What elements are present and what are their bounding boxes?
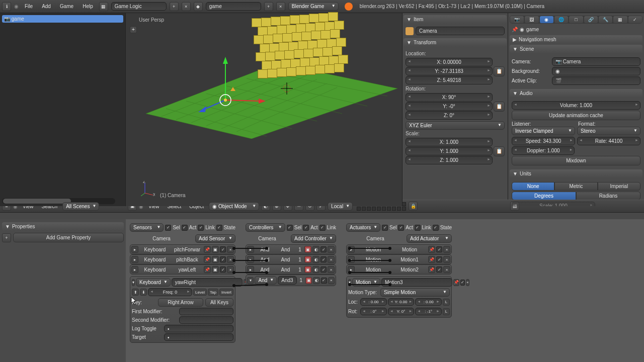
close-icon[interactable]: × [328, 246, 335, 253]
units-degrees[interactable]: Degrees [512, 192, 576, 200]
scene-clip[interactable]: 🎬 [552, 76, 640, 85]
info-icon[interactable]: ℹ [2, 2, 11, 11]
close-icon[interactable]: × [328, 256, 335, 263]
freq[interactable]: Freq: 0 [148, 288, 192, 296]
modifier-tab[interactable]: 🔧 [599, 16, 612, 23]
expand-icon[interactable]: ▸ [131, 246, 138, 253]
scene-camera[interactable]: 📷 Camera [552, 57, 640, 66]
pulse-false-icon[interactable]: ⬇ [140, 289, 147, 296]
state-check[interactable] [216, 225, 222, 231]
menu-file[interactable]: File [22, 3, 36, 10]
sensors-dropdown[interactable]: Sensors [130, 223, 164, 232]
collapse-icon[interactable]: ▾ [132, 279, 135, 286]
key-field[interactable]: Right Arrow [158, 298, 203, 307]
state-icon[interactable]: ▣ [304, 246, 311, 253]
pin-icon[interactable]: 📌 [204, 246, 211, 253]
rot-x[interactable]: X: 90° [406, 93, 493, 102]
controller-brick[interactable]: ▸AndAnd1▣◐× [246, 244, 336, 254]
log-field[interactable]: • [164, 325, 233, 332]
mode-dropdown[interactable]: ◉ Object Mode [209, 202, 259, 211]
transform-gizmo[interactable] [191, 41, 272, 121]
controller-brick[interactable]: ▸AndAnd1▣◐× [246, 254, 336, 264]
doppler[interactable]: Doppler: 1.000 [512, 146, 575, 155]
loc-z[interactable]: Z: 5.49218 [406, 76, 493, 84]
units-imperial[interactable]: Imperial [598, 182, 640, 191]
mixdown-button[interactable]: Mixdown [512, 156, 640, 165]
expand-icon[interactable]: ▸ [131, 266, 138, 273]
scene-name[interactable]: game [206, 2, 261, 11]
scale-y[interactable]: Y: 1.000 [406, 147, 493, 155]
pin-icon[interactable]: 📌 [204, 266, 211, 273]
rot-z[interactable]: Z: 0° [406, 111, 493, 120]
orientation-dropdown[interactable]: Local [328, 202, 353, 211]
add-actuator[interactable]: Add Actuator [407, 234, 452, 243]
pin-icon[interactable]: 📌 [204, 256, 211, 263]
invert-button[interactable]: Invert [219, 289, 233, 296]
object-name-field[interactable] [416, 27, 505, 35]
sel-check[interactable] [165, 225, 171, 231]
render-tab[interactable]: 📷 [510, 16, 524, 23]
rate[interactable]: Rate: 44100 [577, 137, 640, 145]
outliner-item[interactable]: 📷 game [2, 15, 123, 23]
listener-dropdown[interactable]: Inverse Clamped [512, 127, 575, 135]
close-icon[interactable]: × [227, 246, 234, 253]
collapse-icon[interactable]: ◉ [14, 4, 19, 9]
toolshelf-toggle[interactable]: + [130, 26, 137, 33]
menu-add[interactable]: Add [39, 3, 54, 10]
data-tab[interactable]: ▦ [613, 16, 627, 23]
allkeys-button[interactable]: All Keys [205, 298, 233, 307]
viewport-3d[interactable]: User Persp + document.write(Array.from({… [126, 13, 403, 206]
sensor-name[interactable] [172, 278, 243, 287]
units-none[interactable]: None [512, 182, 554, 191]
pin-icon[interactable]: 📌 [428, 266, 435, 273]
display-mode[interactable]: All Scenes [62, 202, 99, 211]
actuator-type[interactable]: Motion [352, 278, 380, 287]
item-panel-header[interactable]: ▼ Item [404, 15, 507, 24]
expand-icon[interactable]: ▸ [348, 256, 355, 263]
expand-icon[interactable]: ▸ [247, 246, 254, 253]
collapse-icon[interactable]: ▾ [348, 279, 351, 286]
close-icon[interactable]: × [466, 279, 469, 286]
nav-mesh-header[interactable]: ▶ Navigation mesh [510, 35, 642, 44]
world-tab[interactable]: 🌐 [554, 16, 568, 23]
sensor-brick[interactable]: ▸KeyboardpitchBack📌▣× [130, 254, 235, 264]
tap-button[interactable]: Tap [208, 289, 218, 296]
engine-dropdown[interactable]: Blender Game [288, 2, 339, 11]
pin-icon[interactable]: 📌 [428, 256, 435, 263]
units-metric[interactable]: Metric [554, 182, 597, 191]
actuator-brick[interactable]: ▸MotionMotion1📌× [346, 254, 452, 264]
properties-header[interactable]: ▼ Properties [2, 222, 124, 231]
local-button[interactable]: L [443, 299, 450, 306]
del-layout-icon[interactable]: × [182, 2, 191, 11]
format-dropdown[interactable]: Stereo [577, 127, 640, 135]
del-scene-icon[interactable]: × [276, 2, 285, 11]
physics-tab[interactable]: ✓ [628, 16, 642, 23]
expand-icon[interactable]: ▸ [131, 256, 138, 263]
actuator-brick[interactable]: ▸MotionMotion📌× [346, 244, 452, 254]
add-layout-icon[interactable]: + [170, 2, 179, 11]
link-check[interactable] [198, 225, 204, 231]
scene-panel-header[interactable]: ▼ Scene [510, 45, 642, 53]
scale-x[interactable]: X: 1.000 [406, 138, 493, 146]
pin-icon[interactable]: 📌 [512, 27, 518, 32]
sensor-type[interactable]: Keyboard [136, 278, 171, 287]
rot-z[interactable]: : -1° [415, 308, 442, 315]
audio-panel-header[interactable]: ▼ Audio [510, 89, 642, 98]
add-scene-icon[interactable]: + [264, 2, 273, 11]
copy-rot-icon[interactable]: 📋 [494, 102, 505, 112]
expand-icon[interactable]: ▸ [247, 256, 254, 263]
loc-y[interactable]: Y: -27.31183 [406, 67, 493, 75]
target-field[interactable]: • [164, 333, 233, 341]
pin-icon[interactable]: 📌 [428, 246, 435, 253]
logic-bricks-area[interactable]: Sensors Sel Act Link State CameraAdd Sen… [126, 219, 644, 362]
rot-y[interactable]: Y: 0° [388, 308, 415, 315]
expand-icon[interactable]: ▸ [247, 266, 254, 273]
close-icon[interactable]: × [227, 266, 234, 273]
update-cache-button[interactable]: Update animation cache [512, 111, 640, 120]
close-icon[interactable]: × [443, 246, 450, 253]
loc-y[interactable]: Y: 0.00 [388, 298, 415, 306]
expand-icon[interactable]: ▾ [247, 277, 254, 284]
rot-x[interactable]: : 0° [360, 308, 387, 315]
units-radians[interactable]: Radians [576, 192, 640, 200]
object-tab[interactable]: □ [569, 16, 583, 23]
